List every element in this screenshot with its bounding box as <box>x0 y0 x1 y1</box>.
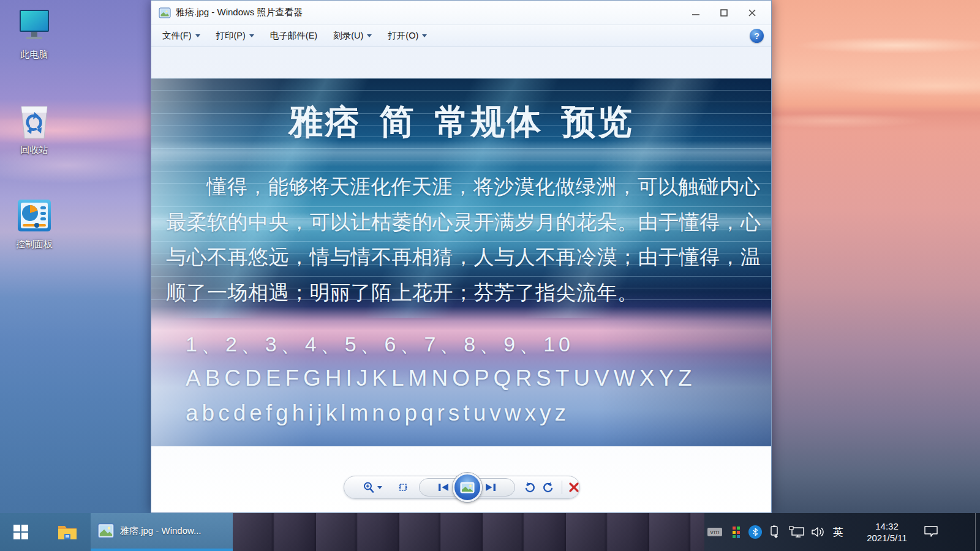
tray-clock[interactable]: 14:32 2021/5/11 <box>855 513 919 551</box>
delete-x-icon <box>568 482 579 493</box>
clock-time: 14:32 <box>875 520 899 532</box>
tray-bluetooth-icon[interactable] <box>748 513 762 551</box>
tray-color-grid-icon[interactable] <box>733 513 740 551</box>
file-explorer-button[interactable] <box>53 513 82 551</box>
windows-logo-icon <box>13 525 28 539</box>
menu-email[interactable]: 电子邮件(E) <box>265 27 322 45</box>
taskbar: 雅痞.jpg - Window... vm <box>0 513 980 551</box>
paragraph-line: 与心不再悠远，情与情不再相猜，人与人不再冷漠；由于懂得，温 <box>166 239 761 275</box>
photo-viewer-app-icon <box>97 523 115 539</box>
actual-size-icon <box>397 481 409 493</box>
chevron-down-icon <box>377 486 382 489</box>
clock-date: 2021/5/11 <box>867 532 907 544</box>
chevron-down-icon <box>422 34 427 37</box>
menu-print[interactable]: 打印(P) <box>211 27 259 45</box>
navigation-group <box>419 478 515 497</box>
photo-paragraph: 懂得，能够将天涯化作天涯，将沙漠化做绿洲，可以触碰内心 最柔软的中央，可以让枯萎… <box>166 169 761 310</box>
tray-ime-indicator[interactable]: 英 <box>833 513 843 551</box>
desktop-icon-label: 此电脑 <box>4 49 65 61</box>
desktop-icon-recycle-bin[interactable]: 回收站 <box>4 103 65 156</box>
window-title: 雅痞.jpg - Windows 照片查看器 <box>176 7 303 18</box>
rotate-ccw-icon <box>524 481 536 493</box>
desktop-icon-label: 控制面板 <box>4 239 65 250</box>
photo-viewer-window: 雅痞.jpg - Windows 照片查看器 文件(F) 打印(P) <box>151 0 772 513</box>
desktop-icon-label: 回收站 <box>4 144 65 156</box>
previous-icon <box>437 482 450 492</box>
play-slideshow-button[interactable] <box>453 473 482 502</box>
rotate-clockwise-button[interactable] <box>542 476 554 498</box>
taskbar-app-photo-viewer[interactable]: 雅痞.jpg - Window... <box>91 513 233 551</box>
photo-numbers-line: 1、2、3、4、5、6、7、8、9、10 <box>186 331 574 359</box>
toolbar-divider <box>562 481 562 494</box>
photo-image: 雅痞 简 常规体 预览 懂得，能够将天涯化作天涯，将沙漠化做绿洲，可以触碰内心 … <box>151 78 771 446</box>
menu-file[interactable]: 文件(F) <box>157 27 205 45</box>
actual-size-button[interactable] <box>397 476 409 498</box>
menu-burn[interactable]: 刻录(U) <box>328 27 377 45</box>
close-button[interactable] <box>738 1 766 25</box>
next-icon <box>484 482 497 492</box>
slideshow-picture-icon <box>460 482 475 493</box>
rotate-counterclockwise-button[interactable] <box>524 476 536 498</box>
photo-viewer-app-icon <box>159 7 171 18</box>
tray-vmware-icon[interactable]: vm <box>707 513 726 551</box>
this-pc-icon <box>4 7 65 45</box>
paragraph-line: 顺了一场相遇；明丽了陌上花开；芬芳了指尖流年。 <box>166 275 761 310</box>
folder-icon <box>57 523 78 541</box>
zoom-button[interactable] <box>363 476 382 498</box>
taskbar-app-label: 雅痞.jpg - Window... <box>120 525 202 537</box>
rotate-cw-icon <box>542 481 554 493</box>
photo-lowercase-line: abcdefghijklmnopqrstuvwxyz <box>186 400 570 426</box>
control-panel-icon <box>4 197 65 235</box>
title-bar[interactable]: 雅痞.jpg - Windows 照片查看器 <box>151 1 771 25</box>
wallpaper-left-strip <box>0 0 151 551</box>
viewer-toolbar <box>344 476 580 499</box>
wallpaper-clouds <box>772 22 980 138</box>
start-button[interactable] <box>6 513 36 551</box>
photo-uppercase-line: ABCDEFGHIJKLMNOPQRSTUVWXYZ <box>186 365 696 391</box>
viewer-content-area: 雅痞 简 常规体 预览 懂得，能够将天涯化作天涯，将沙漠化做绿洲，可以触碰内心 … <box>151 47 771 512</box>
action-center-icon[interactable] <box>924 513 938 551</box>
chevron-down-icon <box>249 34 254 37</box>
maximize-button[interactable] <box>710 1 738 25</box>
chevron-down-icon <box>367 34 372 37</box>
photo-heading-text: 雅痞 简 常规体 预览 <box>151 99 771 146</box>
desktop-icon-this-pc[interactable]: 此电脑 <box>4 7 65 61</box>
paragraph-line: 最柔软的中央，可以让枯萎的心灵开满岁月的花朵。由于懂得，心 <box>166 204 761 240</box>
show-desktop-button[interactable] <box>975 513 980 551</box>
magnifier-plus-icon <box>363 481 375 493</box>
desktop-wallpaper: 此电脑 回收站 <box>0 0 980 551</box>
menu-bar: 文件(F) 打印(P) 电子邮件(E) 刻录(U) 打开(O) ? <box>151 25 771 47</box>
recycle-bin-icon <box>4 103 65 141</box>
help-icon[interactable]: ? <box>750 29 764 43</box>
tray-volume-icon[interactable] <box>811 513 826 551</box>
desktop-icon-control-panel[interactable]: 控制面板 <box>4 197 65 250</box>
chevron-down-icon <box>195 34 200 37</box>
tray-network-icon[interactable] <box>789 513 805 551</box>
delete-button[interactable] <box>568 476 579 498</box>
tray-usb-device-icon[interactable] <box>769 513 780 551</box>
paragraph-line: 懂得，能够将天涯化作天涯，将沙漠化做绿洲，可以触碰内心 <box>166 169 761 204</box>
menu-open[interactable]: 打开(O) <box>383 27 432 45</box>
minimize-button[interactable] <box>682 1 710 25</box>
